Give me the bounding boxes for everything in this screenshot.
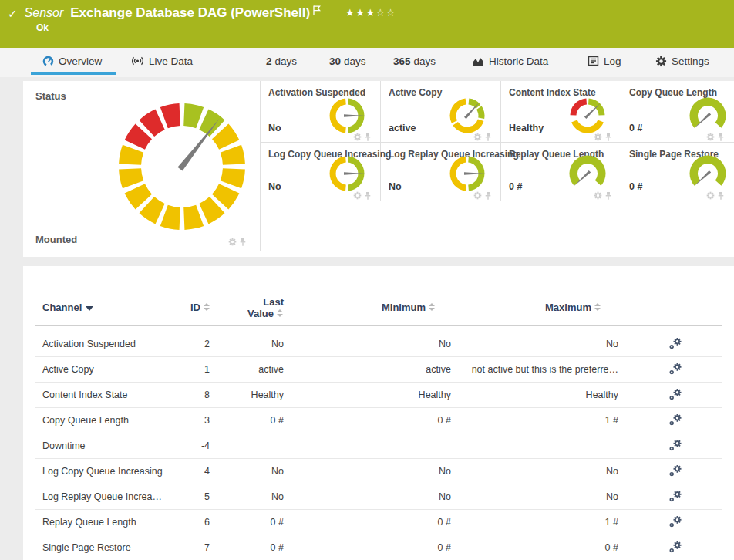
sensor-tab-bar: Overview Live Data2days30days365daysHist… [0, 48, 734, 77]
cell-last_value: 0 # [216, 510, 284, 535]
gear-icon[interactable] [706, 189, 715, 203]
gear-icon[interactable] [353, 189, 362, 203]
gear-icon[interactable] [228, 235, 237, 249]
channel-settings-gear-icon[interactable] [669, 363, 682, 377]
flag-icon[interactable] [313, 5, 321, 19]
pin-icon[interactable] [364, 189, 372, 203]
cell-last_value: No [216, 332, 284, 356]
cell-maximum: 0 # [443, 535, 618, 560]
status-value: Mounted [35, 234, 77, 245]
gear-icon[interactable] [594, 189, 602, 203]
gauges-panel: Status Mounted Activation SuspendedNo Ac… [23, 81, 734, 257]
tab-365-days[interactable]: 365days [393, 48, 436, 74]
cell-id: 1 [139, 357, 210, 382]
cell-id: 8 [139, 383, 210, 407]
live-data-icon [131, 56, 144, 66]
column-header-minimum[interactable]: Minimum [293, 302, 436, 313]
column-header-channel-label: Channel [42, 302, 82, 313]
star-empty-icon[interactable]: ☆ [386, 7, 396, 19]
sort-icon [429, 303, 436, 312]
cell-maximum: No [443, 459, 618, 484]
priority-stars[interactable]: ★★★☆☆ [345, 7, 396, 19]
table-row-content-index-state: Content Index State8HealthyHealthyHealth… [35, 383, 722, 408]
status-label: Status [35, 90, 66, 102]
column-header-id-label: ID [190, 302, 200, 313]
column-header-id[interactable]: ID [139, 302, 210, 313]
cell-id: 3 [139, 408, 210, 433]
cell-id: 7 [139, 535, 210, 560]
tab-historic-data[interactable]: Historic Data [472, 48, 548, 74]
channel-settings-gear-icon[interactable] [669, 491, 682, 504]
cell-maximum: not active but this is the preferre… [443, 357, 618, 382]
column-header-last-label: Last [263, 296, 284, 308]
star-filled-icon[interactable]: ★ [345, 7, 355, 19]
cell-maximum: 1 # [443, 408, 618, 433]
column-header-last-value[interactable]: Last Value [216, 296, 284, 319]
pin-icon[interactable] [484, 189, 492, 203]
status-gauge [114, 99, 250, 238]
sort-icon [204, 303, 210, 312]
cell-id: -4 [139, 433, 210, 458]
channel-settings-gear-icon[interactable] [669, 414, 682, 428]
tile-value: active [389, 123, 416, 133]
tile-value: No [268, 181, 281, 192]
channel-settings-gear-icon[interactable] [669, 516, 682, 530]
gauge-tile-single-page-restore: Single Page Restore0 # [621, 143, 734, 201]
table-row-log-replay-queue-increa: Log Replay Queue Increa…5NoNoNo [35, 484, 722, 510]
gauge-tile-content-index-state: Content Index StateHealthy [501, 81, 621, 143]
star-empty-icon[interactable]: ☆ [376, 7, 386, 19]
cell-minimum: active [293, 357, 451, 382]
table-row-activation-suspended: Activation Suspended2NoNoNo [35, 332, 722, 357]
tab-overview[interactable]: Overview [42, 48, 102, 74]
table-header-divider [35, 325, 722, 326]
cell-minimum: No [293, 332, 451, 356]
gear-icon[interactable] [473, 189, 482, 203]
channel-settings-gear-icon[interactable] [669, 338, 682, 352]
tab-30-days-number: 30 [329, 56, 341, 67]
table-row-replay-queue-length: Replay Queue Length60 #0 #1 # [35, 510, 722, 535]
pin-icon[interactable] [604, 189, 612, 203]
tab-2-days-label: days [275, 56, 298, 67]
tile-label: Content Index State [509, 87, 596, 98]
gauge-tile-replay-queue-length: Replay Queue Length0 # [501, 143, 621, 201]
pin-icon[interactable] [717, 189, 725, 203]
channel-settings-gear-icon[interactable] [669, 440, 682, 454]
sort-desc-icon [86, 306, 93, 311]
sensor-title: Exchange Database DAG (PowerShell) [70, 5, 310, 21]
tile-label: Activation Suspended [268, 87, 365, 98]
cell-minimum: 0 # [293, 510, 451, 535]
pin-icon[interactable] [239, 235, 247, 249]
column-header-maximum[interactable]: Maximum [455, 302, 601, 313]
tab-live-data[interactable]: Live Data [131, 48, 193, 74]
log-icon [588, 56, 599, 66]
cell-last_value: 0 # [216, 408, 284, 433]
tab-log[interactable]: Log [588, 48, 621, 74]
tab-30-days-label: days [344, 56, 366, 67]
channel-settings-gear-icon[interactable] [669, 541, 682, 555]
tab-2-days[interactable]: 2days [266, 48, 297, 74]
tile-value: No [268, 123, 281, 133]
cell-maximum: 1 # [443, 510, 618, 535]
column-header-channel[interactable]: Channel [42, 302, 93, 313]
ok-check-icon: ✓ [8, 7, 18, 21]
channel-settings-gear-icon[interactable] [669, 465, 682, 479]
tile-label: Copy Queue Length [629, 87, 717, 98]
cell-id: 2 [139, 332, 210, 356]
table-row-single-page-restore: Single Page Restore70 #0 #0 # [35, 535, 722, 560]
sort-icon [277, 309, 284, 318]
sensor-status-badge: Ok [36, 22, 49, 33]
channel-settings-gear-icon[interactable] [669, 389, 682, 403]
gauge-tile-log-copy-queue-increasing: Log Copy Queue IncreasingNo [261, 143, 381, 201]
star-filled-icon[interactable]: ★ [365, 7, 375, 19]
tab-settings[interactable]: Settings [655, 48, 709, 74]
tile-value: 0 # [629, 123, 642, 133]
tab-30-days[interactable]: 30days [329, 48, 366, 74]
channel-table-panel: Channel ID Last Value Minimum Maximum Ac… [23, 266, 734, 560]
tab-overview-label: Overview [59, 56, 102, 67]
cell-last_value: No [216, 484, 284, 509]
tile-label: Active Copy [389, 87, 442, 98]
gauge-icon [42, 56, 54, 67]
star-filled-icon[interactable]: ★ [355, 7, 365, 19]
gauge-tile-active-copy: Active Copyactive [381, 81, 501, 143]
tab-365-days-label: days [414, 56, 436, 67]
